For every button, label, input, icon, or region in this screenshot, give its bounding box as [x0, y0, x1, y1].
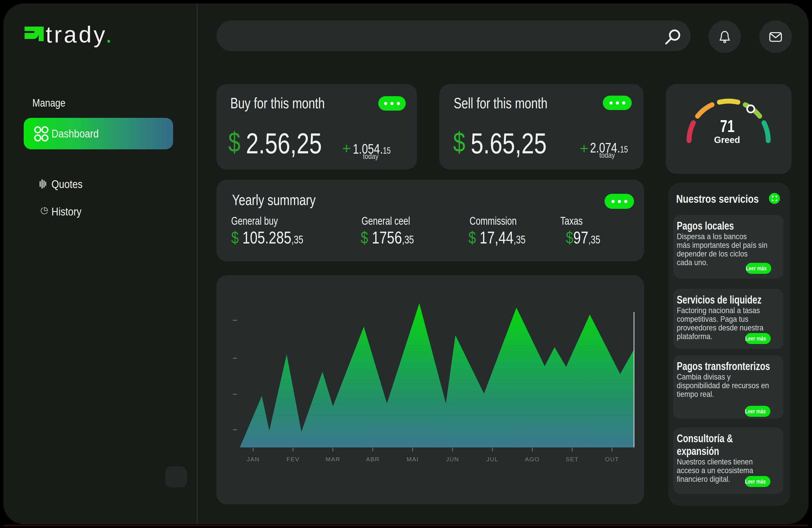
svg-text:OUT: OUT — [605, 456, 619, 463]
svg-text:Greed: Greed — [714, 135, 740, 145]
svg-text:MAI: MAI — [407, 456, 419, 463]
svg-text:SET: SET — [566, 456, 579, 463]
svg-text:JAN: JAN — [247, 456, 260, 463]
svg-text:AGO: AGO — [525, 456, 539, 463]
svg-text:JUL: JUL — [486, 456, 498, 463]
svg-text:JUN: JUN — [446, 456, 459, 463]
svg-text:71: 71 — [720, 116, 735, 136]
svg-text:MAR: MAR — [325, 456, 340, 463]
svg-text:ABR: ABR — [366, 456, 380, 463]
svg-text:FEV: FEV — [286, 456, 299, 463]
